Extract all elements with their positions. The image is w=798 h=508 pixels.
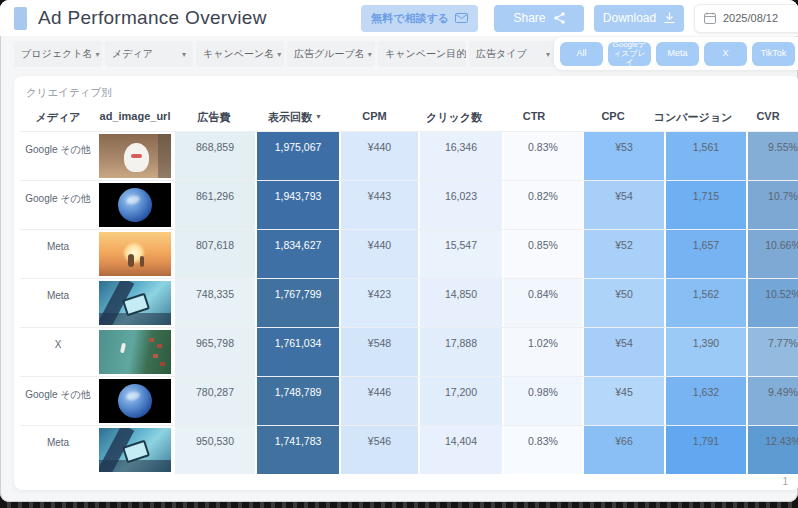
- column-header-label: CPC: [601, 110, 624, 122]
- consult-button-label: 無料で相談する: [371, 11, 449, 26]
- conversions-cell: 1,562: [666, 279, 746, 327]
- column-header[interactable]: ad_image_url: [96, 107, 174, 131]
- column-header-label: メディア: [35, 111, 80, 123]
- filter-dropdown[interactable]: 広告タイプ ▾: [469, 41, 557, 67]
- chevron-down-icon: ▾: [546, 50, 550, 59]
- sunset-photo[interactable]: [99, 232, 171, 276]
- spend-cell: 950,530: [175, 426, 255, 474]
- media-filter-button[interactable]: X: [704, 42, 747, 66]
- column-header[interactable]: 表示回数▼: [254, 107, 336, 131]
- page-number[interactable]: 1: [782, 476, 788, 487]
- aerial-photo[interactable]: [99, 330, 171, 374]
- date-range-picker[interactable]: 2025/08/12: [694, 4, 798, 33]
- ad-image-cell: [96, 181, 174, 229]
- phone-photo[interactable]: [99, 281, 171, 325]
- header-bar: Ad Performance Overview 無料で相談する Share Do…: [0, 0, 798, 36]
- ctr-cell: 0.84%: [504, 279, 582, 327]
- clicks-cell: 14,850: [420, 279, 502, 327]
- filter-label: キャンペーン名: [203, 47, 274, 61]
- ctr-cell: 0.82%: [504, 181, 582, 229]
- share-icon: [554, 12, 565, 24]
- impressions-cell: 1,834,627: [257, 230, 339, 278]
- cpc-cell: ¥54: [584, 328, 664, 376]
- section-label: クリエイティブ別: [20, 84, 798, 107]
- clicks-cell: 16,346: [420, 132, 502, 180]
- cpc-cell: ¥45: [584, 377, 664, 425]
- column-header[interactable]: メディア: [20, 107, 96, 131]
- filter-dropdown[interactable]: プロジェクト名 ▾: [14, 41, 102, 67]
- ctr-cell: 0.85%: [504, 230, 582, 278]
- page-title: Ad Performance Overview: [38, 7, 267, 29]
- column-header[interactable]: コンバージョン: [653, 107, 733, 131]
- column-header-label: クリック数: [426, 111, 482, 123]
- conversions-cell: 1,390: [666, 328, 746, 376]
- column-header-label: ad_image_url: [100, 110, 171, 122]
- column-header[interactable]: クリック数: [413, 107, 495, 131]
- media-cell: Google その他: [20, 181, 96, 229]
- cpm-cell: ¥548: [341, 328, 418, 376]
- column-header[interactable]: CPM: [336, 107, 413, 131]
- conversions-cell: 1,561: [666, 132, 746, 180]
- cvr-cell: 9.55%: [748, 132, 798, 180]
- ad-image-cell: [96, 279, 174, 327]
- cpm-cell: ¥446: [341, 377, 418, 425]
- media-filter-button[interactable]: TikTok: [752, 42, 795, 66]
- phone-photo[interactable]: [99, 428, 171, 472]
- download-button[interactable]: Download: [594, 5, 684, 32]
- consult-button[interactable]: 無料で相談する: [361, 5, 478, 32]
- date-range-value: 2025/08/12: [723, 12, 778, 24]
- ad-image-cell: [96, 132, 174, 180]
- column-header[interactable]: CVR: [733, 107, 798, 131]
- table-body: Google その他 868,859 1,975,067 ¥440 16,346…: [20, 131, 798, 474]
- chevron-down-icon: ▾: [182, 50, 186, 59]
- cpm-cell: ¥546: [341, 426, 418, 474]
- download-icon: [664, 12, 675, 24]
- filter-label: 広告タイプ: [476, 47, 527, 61]
- impressions-cell: 1,741,783: [257, 426, 339, 474]
- media-filter-button[interactable]: Meta: [656, 42, 699, 66]
- cat-photo[interactable]: [99, 134, 171, 178]
- cpm-cell: ¥443: [341, 181, 418, 229]
- filter-dropdown[interactable]: メディア ▾: [105, 41, 193, 67]
- media-cell: Meta: [20, 230, 96, 278]
- filter-label: 広告グループ名: [294, 47, 365, 61]
- filter-dropdown[interactable]: キャンペーン目的 ▾: [378, 41, 466, 67]
- clicks-cell: 16,023: [420, 181, 502, 229]
- filter-label: メディア: [112, 47, 153, 61]
- sort-descending-icon: ▼: [315, 113, 322, 120]
- earth-photo[interactable]: [99, 379, 171, 423]
- ctr-cell: 0.83%: [504, 426, 582, 474]
- earth-photo[interactable]: [99, 183, 171, 227]
- ad-image-cell: [96, 377, 174, 425]
- filter-dropdown[interactable]: 広告グループ名 ▾: [287, 41, 375, 67]
- media-filter-card: All Googleディスプレイ Meta X TikTok: [554, 37, 798, 70]
- ctr-cell: 0.83%: [504, 132, 582, 180]
- table-header-row: メディア ad_image_url 広告費 表示回数▼ CPM クリック数 CT…: [20, 107, 798, 131]
- clicks-cell: 14,404: [420, 426, 502, 474]
- ad-image-cell: [96, 426, 174, 474]
- media-filter-button[interactable]: Googleディスプレイ: [608, 42, 651, 66]
- media-filter-button[interactable]: All: [560, 42, 603, 66]
- impressions-cell: 1,767,799: [257, 279, 339, 327]
- dashboard-window: Ad Performance Overview 無料で相談する Share Do…: [0, 0, 798, 502]
- filter-label: キャンペーン目的: [385, 47, 466, 61]
- impressions-cell: 1,748,789: [257, 377, 339, 425]
- impressions-cell: 1,975,067: [257, 132, 339, 180]
- ad-image-cell: [96, 328, 174, 376]
- media-cell: Meta: [20, 279, 96, 327]
- filter-dropdown[interactable]: キャンペーン名 ▾: [196, 41, 284, 67]
- chevron-down-icon: ▾: [277, 50, 281, 59]
- column-header[interactable]: 広告費: [174, 107, 254, 131]
- column-header[interactable]: CTR: [495, 107, 573, 131]
- column-header-label: コンバージョン: [654, 111, 733, 123]
- spend-cell: 965,798: [175, 328, 255, 376]
- column-header-label: 表示回数: [268, 111, 312, 123]
- share-button[interactable]: Share: [494, 5, 584, 32]
- column-header[interactable]: CPC: [573, 107, 653, 131]
- ctr-cell: 1.02%: [504, 328, 582, 376]
- spend-cell: 780,287: [175, 377, 255, 425]
- chevron-down-icon: ▾: [95, 50, 99, 59]
- media-cell: Meta: [20, 426, 96, 474]
- conversions-cell: 1,791: [666, 426, 746, 474]
- cpc-cell: ¥66: [584, 426, 664, 474]
